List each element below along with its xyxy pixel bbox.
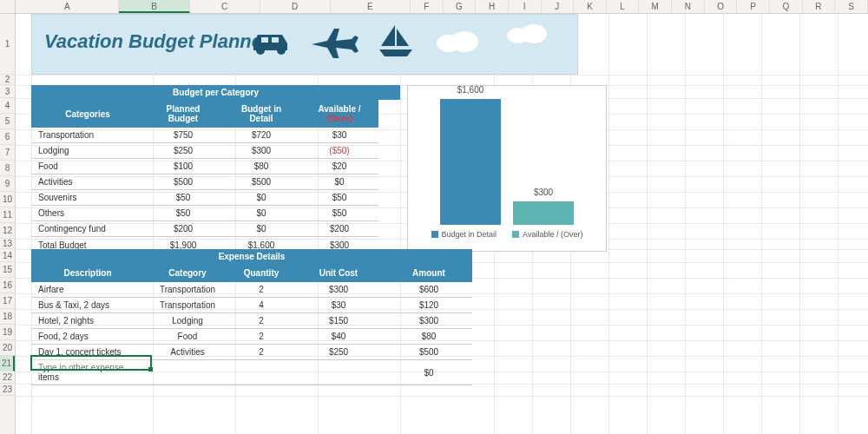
car-icon <box>249 28 293 56</box>
col-header-K[interactable]: K <box>574 0 607 13</box>
col-detail[interactable]: Budget in Detail <box>222 100 300 128</box>
budget-chart[interactable]: $1,600$300 Budget in DetailAvailable / (… <box>407 85 607 252</box>
svg-point-0 <box>256 46 265 55</box>
chart-legend: Budget in DetailAvailable / (Over) <box>408 225 606 244</box>
row-header-19[interactable]: 19 <box>0 325 15 340</box>
chart-bar: $1,600 <box>440 99 501 225</box>
column-headers: ABCDEFGHIJKLMNOPQRS <box>16 0 868 14</box>
col-header-S[interactable]: S <box>835 0 868 13</box>
sailboat-icon <box>378 23 414 60</box>
budget-table-header: Categories Planned Budget Budget in Deta… <box>31 100 378 128</box>
row-header-7[interactable]: 7 <box>0 145 15 161</box>
svg-point-5 <box>450 31 478 52</box>
col-header-B[interactable]: B <box>119 0 189 13</box>
col-header-M[interactable]: M <box>639 0 672 13</box>
col-category[interactable]: Category <box>144 264 231 282</box>
col-header-O[interactable]: O <box>705 0 738 13</box>
col-planned[interactable]: Planned Budget <box>144 100 222 128</box>
col-header-L[interactable]: L <box>607 0 640 13</box>
row-header-3[interactable]: 3 <box>0 85 15 98</box>
expense-table: Expense Details Description Category Qua… <box>31 249 472 385</box>
budget-table-title: Budget per Category <box>31 85 400 100</box>
col-quantity[interactable]: Quantity <box>231 264 292 282</box>
row-header-14[interactable]: 14 <box>0 249 15 262</box>
row-header-18[interactable]: 18 <box>0 309 15 325</box>
chart-plot-area: $1,600$300 <box>408 86 606 225</box>
svg-point-7 <box>521 24 547 43</box>
row-header-1[interactable]: 1 <box>0 14 15 75</box>
row-headers: 1234567891011121314151617181920212223 <box>0 14 16 434</box>
expense-empty-row[interactable]: Type in other expense items $0 <box>31 360 472 385</box>
grid-area[interactable]: Vacation Budget Planner Budget per Categ… <box>16 14 868 434</box>
row-header-12[interactable]: 12 <box>0 223 15 239</box>
budget-table: Budget per Category Categories Planned B… <box>31 85 400 254</box>
row-header-20[interactable]: 20 <box>0 340 15 356</box>
col-header-R[interactable]: R <box>803 0 836 13</box>
row-header-21[interactable]: 21 <box>0 356 15 372</box>
budget-row[interactable]: Contingency fund$200$0$200 <box>31 221 378 237</box>
col-header-J[interactable]: J <box>542 0 575 13</box>
banner: Vacation Budget Planner <box>31 14 578 75</box>
row-header-16[interactable]: 16 <box>0 278 15 293</box>
legend-item: Budget in Detail <box>431 230 497 239</box>
col-available[interactable]: Available / (Over) <box>300 100 378 128</box>
cloud-icon <box>503 22 551 48</box>
select-all-corner[interactable] <box>0 0 16 14</box>
banner-icons <box>249 23 483 60</box>
budget-row[interactable]: Transportation$750$720$30 <box>31 128 378 143</box>
budget-row[interactable]: Activities$500$500$0 <box>31 174 378 190</box>
col-header-C[interactable]: C <box>190 0 260 13</box>
col-categories[interactable]: Categories <box>31 100 144 128</box>
budget-row[interactable]: Food$100$80$20 <box>31 159 378 174</box>
budget-row[interactable]: Lodging$250$300($50) <box>31 143 378 159</box>
expense-row[interactable]: Bus & Taxi, 2 daysTransportation4$30$120 <box>31 298 472 313</box>
expense-row[interactable]: Food, 2 daysFood2$40$80 <box>31 329 472 345</box>
row-header-6[interactable]: 6 <box>0 129 15 145</box>
spreadsheet: ABCDEFGHIJKLMNOPQRS 12345678910111213141… <box>0 0 868 434</box>
row-header-17[interactable]: 17 <box>0 293 15 309</box>
expense-table-title: Expense Details <box>31 249 472 264</box>
svg-rect-3 <box>272 37 279 43</box>
budget-row[interactable]: Souvenirs$50$0$50 <box>31 190 378 206</box>
row-header-9[interactable]: 9 <box>0 176 15 192</box>
row-header-15[interactable]: 15 <box>0 262 15 278</box>
budget-row[interactable]: Others$50$0$50 <box>31 206 378 221</box>
row-header-10[interactable]: 10 <box>0 192 15 207</box>
col-header-I[interactable]: I <box>509 0 542 13</box>
col-header-H[interactable]: H <box>476 0 509 13</box>
col-header-A[interactable]: A <box>16 0 119 13</box>
row-header-11[interactable]: 11 <box>0 207 15 223</box>
expense-row[interactable]: AirfareTransportation2$300$600 <box>31 282 472 298</box>
col-header-F[interactable]: F <box>411 0 444 13</box>
row-header-5[interactable]: 5 <box>0 114 15 129</box>
legend-item: Available / (Over) <box>512 230 582 239</box>
expense-row[interactable]: Hotel, 2 nightsLodging2$150$300 <box>31 313 472 329</box>
col-description[interactable]: Description <box>31 264 144 282</box>
col-header-E[interactable]: E <box>331 0 411 13</box>
row-header-13[interactable]: 13 <box>0 239 15 249</box>
row-header-23[interactable]: 23 <box>0 384 15 396</box>
row-header-8[interactable]: 8 <box>0 161 15 176</box>
expense-row[interactable]: Day 1, concert ticketsActivities2$250$50… <box>31 345 472 360</box>
col-header-N[interactable]: N <box>672 0 705 13</box>
col-header-P[interactable]: P <box>737 0 770 13</box>
col-unitcost[interactable]: Unit Cost <box>292 264 385 282</box>
plane-icon <box>310 25 360 58</box>
expense-table-header: Description Category Quantity Unit Cost … <box>31 264 472 282</box>
svg-point-1 <box>277 46 286 55</box>
cloud-icon <box>431 28 483 56</box>
col-amount[interactable]: Amount <box>385 264 472 282</box>
chart-bar: $300 <box>513 201 574 225</box>
svg-rect-2 <box>261 37 268 43</box>
col-header-Q[interactable]: Q <box>770 0 803 13</box>
row-header-4[interactable]: 4 <box>0 98 15 114</box>
col-header-D[interactable]: D <box>260 0 331 13</box>
col-header-G[interactable]: G <box>444 0 477 13</box>
row-header-2[interactable]: 2 <box>0 75 15 85</box>
row-header-22[interactable]: 22 <box>0 372 15 384</box>
